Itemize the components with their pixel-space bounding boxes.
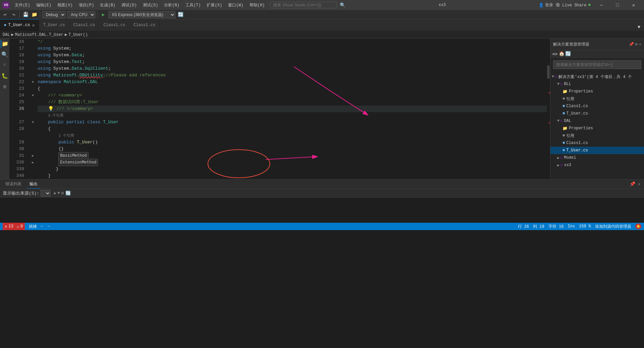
- se-item-bll-tuser[interactable]: ■ T_User.cs: [550, 110, 644, 117]
- collapsed-extension-method[interactable]: ExtensionMethod: [58, 159, 98, 166]
- toolbar-redo[interactable]: ↪: [10, 11, 17, 18]
- tab-class1-cs-3[interactable]: Class1.cs: [129, 19, 160, 31]
- status-zoom[interactable]: 150 %: [579, 224, 591, 229]
- activity-extensions[interactable]: ⊞: [1, 83, 9, 91]
- se-item-dal-refs[interactable]: ■ 引用: [550, 132, 644, 139]
- se-search-input[interactable]: [553, 60, 641, 69]
- close-button[interactable]: ✕: [626, 0, 641, 10]
- code-content: 16 17 18 19 20 21 22 23 24 25 26 27 28 2…: [9, 39, 550, 179]
- toolbar-save-all[interactable]: 📁: [31, 11, 38, 18]
- fold-btn-22[interactable]: ▼: [30, 79, 36, 85]
- cs-icon-bll-class1: ■: [562, 104, 565, 109]
- scrollbar-thumb[interactable]: [547, 65, 550, 79]
- menu-extensions[interactable]: 扩展(X): [204, 2, 225, 9]
- toolbar-refresh[interactable]: 🔄: [177, 11, 184, 18]
- output-down-btn[interactable]: ▼: [57, 191, 60, 196]
- se-item-model[interactable]: ▶ ⊟ Model: [550, 154, 644, 161]
- se-solution-root[interactable]: ▼ ⊟ 解决方案'xx3'(第 4 个项目，共 4 个: [550, 73, 644, 80]
- live-share-button[interactable]: ⑯ Live Share ●: [556, 2, 591, 8]
- se-item-bll-properties[interactable]: 📁 Properties: [550, 88, 644, 95]
- platform-dropdown[interactable]: Any CPU: [67, 11, 95, 18]
- menu-debug[interactable]: 调试(D): [119, 2, 140, 9]
- menu-test[interactable]: 测试(S): [140, 2, 161, 9]
- tab-t-user-cs-active[interactable]: ■ T_User.cs ✕: [0, 19, 39, 31]
- nav-back-btn[interactable]: ←: [41, 224, 43, 229]
- minimize-button[interactable]: —: [594, 0, 609, 10]
- debug-mode-dropdown[interactable]: Debug: [42, 11, 66, 18]
- se-pin-btn[interactable]: 📌: [629, 42, 634, 47]
- panel-pin-btn[interactable]: 📌: [629, 181, 636, 188]
- se-item-dal-properties[interactable]: 📁 Properties: [550, 125, 644, 132]
- output-source-select[interactable]: [41, 190, 51, 197]
- se-item-xx3[interactable]: ▶ ⊟ xx3: [550, 161, 644, 169]
- nav-forward-btn[interactable]: →: [47, 224, 50, 229]
- toolbar-save[interactable]: 💾: [22, 11, 29, 18]
- status-notification[interactable]: 🔔: [635, 223, 641, 229]
- se-dock-btn[interactable]: ⊞: [635, 42, 638, 47]
- path-sep-1: ▶: [11, 32, 14, 37]
- status-char: 字符 16: [548, 224, 564, 229]
- menu-window[interactable]: 窗口(W): [225, 2, 246, 9]
- fold-btn-27[interactable]: ▼: [30, 119, 36, 126]
- tab-class1-cs-2[interactable]: Class1.cs: [99, 19, 129, 31]
- se-item-dal-tuser[interactable]: ■ T_User.cs: [550, 147, 644, 154]
- menu-file[interactable]: 文件(E): [12, 2, 33, 9]
- se-item-bll-refs[interactable]: ■ 引用: [550, 95, 644, 102]
- fold-btn-24[interactable]: ▼: [30, 92, 36, 99]
- output-up-btn[interactable]: ▲: [53, 191, 56, 196]
- menu-tools[interactable]: 工具(T): [183, 2, 204, 9]
- panel-tab-errors[interactable]: 错误列表: [3, 180, 24, 188]
- menu-view[interactable]: 视图(V): [55, 2, 75, 9]
- activity-debug[interactable]: 🐛: [1, 72, 9, 80]
- toolbar-run[interactable]: ▶: [100, 11, 107, 18]
- se-label-bll-props: Properties: [569, 89, 593, 94]
- se-item-dal-class1[interactable]: ■ Class1.cs: [550, 139, 644, 147]
- status-add-source[interactable]: 添加到源代码管理器: [595, 224, 631, 229]
- fold-btn-340: [30, 172, 36, 179]
- menu-build[interactable]: 生成(B): [97, 2, 118, 9]
- main-toolbar: ↩ ↪ 💾 📁 Debug Any CPU ▶ IIS Express (360…: [0, 10, 644, 19]
- editor-scrollbar[interactable]: [547, 39, 550, 179]
- code-lines[interactable]: */ using System; using System.Data; usin…: [36, 39, 547, 179]
- menu-help[interactable]: 帮助(H): [247, 2, 268, 9]
- panel-close-btn[interactable]: ✕: [637, 181, 641, 188]
- activity-git[interactable]: ⑂: [1, 61, 9, 69]
- run-target-dropdown[interactable]: IIS Express (360安全浏览器): [108, 11, 175, 18]
- folder-icon-dal-props: 📁: [562, 126, 568, 131]
- menu-analyze[interactable]: 分析(N): [161, 2, 182, 9]
- se-back-btn[interactable]: ◀: [552, 51, 554, 57]
- se-item-bll-class1[interactable]: ■ Class1.cs: [550, 102, 644, 110]
- code-line-28: {: [38, 126, 547, 132]
- menu-project[interactable]: 项目(P): [76, 2, 97, 9]
- solution-explorer: 解决方案资源管理器 📌 ⊞ ✕ ◀ ▶ 🏠 🔄 ▼ ⊟ 解决方案'xx3'(第 …: [550, 39, 644, 179]
- linenum-22: 22: [9, 79, 25, 85]
- tab-class1-cs-1[interactable]: Class1.cs: [69, 19, 100, 31]
- toolbar-undo[interactable]: ↩: [1, 11, 9, 18]
- status-errors[interactable]: ✕ 13 ⚠ 0: [3, 223, 25, 230]
- se-item-dal[interactable]: ▼ ⊟ DAL: [550, 117, 644, 125]
- panel-tab-output[interactable]: 输出: [27, 180, 40, 189]
- maximize-button[interactable]: □: [610, 0, 625, 10]
- fold-btn-31[interactable]: ▶: [30, 152, 36, 159]
- output-wrap-btn[interactable]: ⊞: [61, 191, 64, 196]
- se-refresh-btn[interactable]: 🔄: [565, 51, 571, 57]
- signin-button[interactable]: 👤 登录: [539, 2, 553, 8]
- fold-btn-336[interactable]: ▶: [30, 159, 36, 166]
- tab-scroll-btn[interactable]: ▼: [635, 23, 643, 31]
- tab-close-active[interactable]: ✕: [32, 22, 35, 28]
- activity-explorer[interactable]: 📁: [1, 40, 9, 48]
- menu-edit[interactable]: 编辑(E): [34, 2, 54, 9]
- tab-t-user-cs-2[interactable]: T_User.cs: [39, 19, 69, 31]
- expand-dal-icon: ▼: [557, 119, 559, 123]
- toolbar-sep-2: [40, 12, 40, 18]
- lightbulb-icon[interactable]: 💡: [48, 106, 54, 112]
- se-forward-btn[interactable]: ▶: [555, 51, 558, 57]
- collapsed-basic-method[interactable]: BasicMethod: [58, 152, 88, 159]
- activity-search[interactable]: 🔍: [1, 51, 9, 59]
- se-item-bll[interactable]: ▼ ⊟ BLL: [550, 80, 644, 88]
- se-close-btn[interactable]: ✕: [639, 42, 641, 47]
- output-clear-btn[interactable]: 🔄: [65, 191, 71, 196]
- se-home-btn[interactable]: 🏠: [559, 51, 565, 57]
- vs-search-input[interactable]: [270, 2, 337, 8]
- fold-btn-339: [30, 166, 36, 172]
